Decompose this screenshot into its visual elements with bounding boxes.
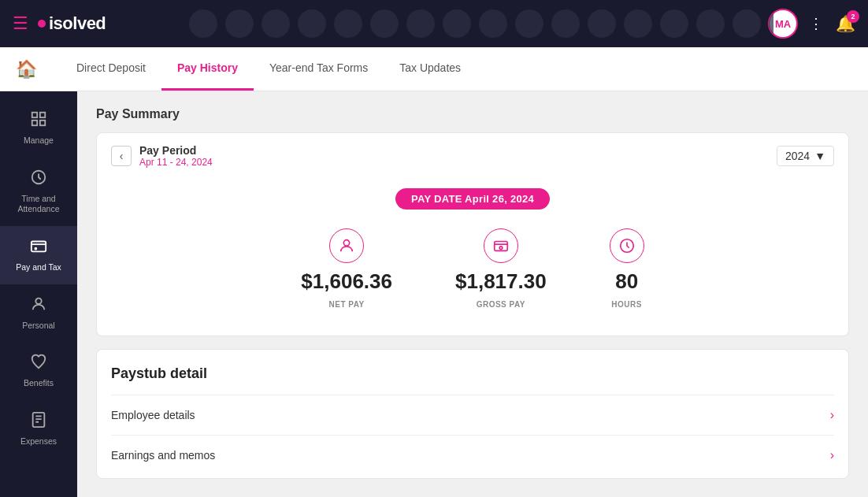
earnings-label: Earnings and memos (111, 449, 215, 462)
top-nav: ☰ isolved MA ⋮ 🔔 2 (0, 0, 868, 47)
net-pay-value: $1,606.36 (301, 269, 392, 294)
detail-row-earnings[interactable]: Earnings and memos › (111, 435, 834, 475)
employee-details-label: Employee details (111, 409, 195, 421)
top-nav-right: MA ⋮ 🔔 2 (768, 9, 855, 39)
logo-text: isolved (49, 13, 106, 34)
pay-period-header: ‹ Pay Period Apr 11 - 24, 2024 2024 ▼ (111, 144, 834, 168)
pay-date-value: April 26, 2024 (465, 193, 534, 205)
pay-summary-title: Pay Summary (96, 107, 849, 121)
personal-icon (30, 295, 47, 317)
net-pay-icon (329, 228, 364, 263)
sidebar-label-personal: Personal (22, 321, 54, 332)
gross-pay-icon (484, 228, 518, 263)
chevron-down-icon: ▼ (814, 150, 825, 162)
content-area: Pay Summary ‹ Pay Period Apr 11 - 24, 20… (77, 91, 868, 497)
tab-pay-history[interactable]: Pay History (161, 47, 254, 91)
hours-icon (610, 228, 644, 263)
main-layout: Manage Time and Attendance Pay and Tax (0, 91, 868, 497)
svg-rect-1 (40, 113, 45, 117)
tab-tax-updates[interactable]: Tax Updates (384, 47, 477, 91)
employee-details-chevron: › (830, 408, 834, 422)
nav-tabs: Direct Deposit Pay History Year-end Tax … (61, 47, 477, 91)
svg-rect-2 (32, 121, 37, 125)
svg-rect-5 (32, 241, 46, 251)
sidebar-item-manage[interactable]: Manage (0, 99, 77, 158)
gross-pay-label: GROSS PAY (477, 300, 525, 309)
sidebar-item-pay-tax[interactable]: Pay and Tax (0, 226, 77, 284)
tab-direct-deposit[interactable]: Direct Deposit (61, 47, 161, 91)
sidebar-label-time: Time and Attendance (17, 194, 59, 215)
more-options-icon[interactable]: ⋮ (809, 15, 825, 32)
gross-pay-value: $1,817.30 (455, 269, 547, 294)
pay-date-section: PAY DATE April 26, 2024 $1,606.36 NET PA (111, 180, 834, 325)
pay-period-nav: ‹ Pay Period Apr 11 - 24, 2024 (111, 144, 213, 168)
sidebar-item-expenses[interactable]: Expenses (0, 400, 77, 458)
pay-date-badge: PAY DATE April 26, 2024 (395, 188, 550, 210)
notification-badge: 2 (847, 10, 859, 23)
sidebar-label-manage: Manage (24, 135, 54, 147)
logo: isolved (38, 13, 106, 34)
hamburger-icon[interactable]: ☰ (13, 13, 28, 34)
notifications-bell[interactable]: 🔔 2 (836, 14, 855, 33)
pay-period-card: ‹ Pay Period Apr 11 - 24, 2024 2024 ▼ PA… (96, 132, 849, 336)
paystub-card: Paystub detail Employee details › Earnin… (96, 349, 849, 479)
second-nav: 🏠 Direct Deposit Pay History Year-end Ta… (0, 47, 868, 91)
svg-rect-0 (32, 113, 37, 117)
pay-period-text: Pay Period Apr 11 - 24, 2024 (139, 144, 213, 168)
earnings-chevron: › (830, 448, 834, 462)
svg-rect-3 (40, 121, 45, 125)
svg-point-6 (35, 248, 36, 250)
pay-stats: $1,606.36 NET PAY $1,817.30 GROSS PAY (111, 228, 834, 309)
period-label: Pay Period (139, 144, 213, 157)
sidebar-label-benefits: Benefits (24, 378, 54, 389)
prev-period-button[interactable]: ‹ (111, 146, 132, 166)
paystub-title: Paystub detail (111, 365, 834, 382)
decorative-circles (189, 0, 773, 47)
manage-icon (30, 110, 47, 132)
stat-net-pay: $1,606.36 NET PAY (301, 228, 392, 309)
sidebar-item-benefits[interactable]: Benefits (0, 342, 77, 400)
svg-point-11 (499, 247, 503, 250)
stat-hours: 80 HOURS (610, 228, 644, 309)
sidebar-label-expenses: Expenses (20, 436, 57, 447)
net-pay-label: NET PAY (329, 300, 365, 309)
pay-date-label: PAY DATE (411, 193, 462, 205)
expenses-icon (30, 411, 47, 432)
sidebar-item-personal[interactable]: Personal (0, 284, 77, 343)
detail-row-employee[interactable]: Employee details › (111, 395, 834, 435)
tab-year-end-tax[interactable]: Year-end Tax Forms (254, 47, 384, 91)
svg-point-9 (343, 240, 349, 246)
period-date: Apr 11 - 24, 2024 (139, 157, 213, 168)
pay-icon (30, 237, 47, 258)
sidebar-label-pay: Pay and Tax (16, 262, 61, 273)
sidebar-item-time-attendance[interactable]: Time and Attendance (0, 158, 77, 226)
stat-gross-pay: $1,817.30 GROSS PAY (455, 228, 547, 309)
benefits-icon (30, 353, 47, 374)
home-icon[interactable]: 🏠 (16, 59, 37, 80)
logo-dot (38, 20, 46, 28)
year-selector[interactable]: 2024 ▼ (777, 146, 834, 166)
time-icon (30, 169, 47, 190)
sidebar: Manage Time and Attendance Pay and Tax (0, 91, 77, 497)
hours-label: HOURS (611, 300, 642, 309)
hours-value: 80 (615, 269, 638, 294)
year-value: 2024 (785, 150, 810, 162)
svg-point-7 (35, 298, 41, 303)
